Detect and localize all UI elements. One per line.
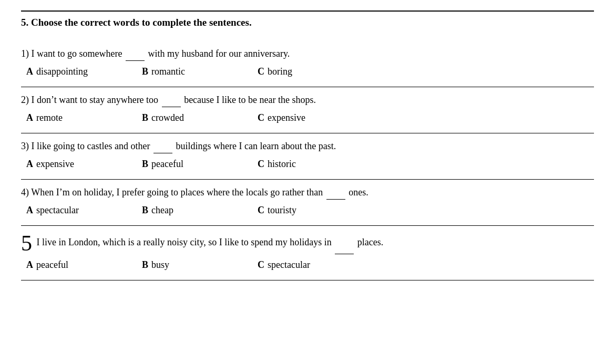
- option-letter: A: [26, 205, 33, 216]
- option-letter: C: [258, 112, 264, 123]
- question-block-3: 3) I like going to castles and other bui…: [21, 133, 594, 180]
- option-1-a[interactable]: Adisappointing: [26, 66, 142, 77]
- option-letter: A: [26, 259, 33, 271]
- option-text: spectacular: [268, 259, 310, 271]
- option-letter: A: [26, 159, 33, 170]
- option-letter: B: [142, 112, 148, 123]
- options-row-3: AexpensiveBpeacefulChistoric: [21, 157, 594, 175]
- option-text: remote: [36, 112, 63, 123]
- option-5-b[interactable]: Bbusy: [142, 259, 258, 271]
- blank-2: [162, 92, 181, 107]
- option-letter: C: [258, 205, 264, 216]
- option-2-c[interactable]: Cexpensive: [258, 112, 373, 123]
- option-1-c[interactable]: Cboring: [258, 66, 373, 77]
- options-row-1: AdisappointingBromanticCboring: [21, 64, 594, 82]
- option-3-a[interactable]: Aexpensive: [26, 159, 142, 170]
- option-letter: B: [142, 205, 148, 216]
- question-block-5: 5 I live in London, which is a really no…: [21, 226, 594, 280]
- option-text: touristy: [268, 205, 296, 216]
- exercise-container: 5. Choose the correct words to complete …: [21, 11, 594, 280]
- question-text-1: 1) I want to go somewhere with my husban…: [21, 41, 594, 64]
- question-text-4: 4) When I’m on holiday, I prefer going t…: [21, 180, 594, 203]
- option-text: spectacular: [36, 205, 79, 216]
- question-text-3: 3) I like going to castles and other bui…: [21, 133, 594, 157]
- blank-1: [126, 46, 145, 61]
- blank-5: [335, 240, 354, 254]
- option-text: disappointing: [36, 66, 88, 77]
- option-letter: A: [26, 112, 33, 123]
- options-row-2: AremoteBcrowdedCexpensive: [21, 110, 594, 129]
- option-letter: A: [26, 66, 33, 77]
- option-text: peaceful: [151, 159, 183, 170]
- question-block-2: 2) I don’t want to stay anywhere too bec…: [21, 87, 594, 133]
- question-number-5: 5: [21, 231, 32, 255]
- question-block-4: 4) When I’m on holiday, I prefer going t…: [21, 180, 594, 226]
- questions-container: 1) I want to go somewhere with my husban…: [21, 41, 594, 280]
- option-text: boring: [268, 66, 292, 77]
- option-text: expensive: [36, 159, 74, 170]
- option-4-a[interactable]: Aspectacular: [26, 205, 142, 216]
- option-4-b[interactable]: Bcheap: [142, 205, 258, 216]
- option-1-b[interactable]: Bromantic: [142, 66, 258, 77]
- option-text: romantic: [151, 66, 185, 77]
- option-letter: C: [258, 259, 264, 271]
- question-text-5: 5 I live in London, which is a really no…: [21, 226, 594, 257]
- option-text: busy: [151, 259, 169, 271]
- option-4-c[interactable]: Ctouristy: [258, 205, 373, 216]
- question-number-4: 4): [21, 187, 31, 197]
- option-letter: C: [258, 66, 264, 77]
- options-row-4: AspectacularBcheapCtouristy: [21, 203, 594, 221]
- blank-4: [326, 185, 345, 200]
- option-text: expensive: [268, 112, 305, 123]
- question-text-2: 2) I don’t want to stay anywhere too bec…: [21, 87, 594, 110]
- option-letter: B: [142, 66, 148, 77]
- question-number-2: 2): [21, 95, 32, 105]
- option-5-c[interactable]: Cspectacular: [258, 259, 373, 271]
- question-number-3: 3): [21, 141, 32, 151]
- question-block-1: 1) I want to go somewhere with my husban…: [21, 41, 594, 87]
- option-3-b[interactable]: Bpeaceful: [142, 159, 258, 170]
- option-2-a[interactable]: Aremote: [26, 112, 142, 123]
- option-text: peaceful: [36, 259, 68, 271]
- option-text: crowded: [151, 112, 184, 123]
- option-text: historic: [268, 159, 296, 170]
- option-letter: C: [258, 159, 264, 170]
- option-text: cheap: [151, 205, 173, 216]
- question-number-1: 1): [21, 48, 32, 59]
- option-letter: B: [142, 259, 148, 271]
- blank-3: [153, 139, 172, 153]
- option-5-a[interactable]: Apeaceful: [26, 259, 142, 271]
- option-letter: B: [142, 159, 148, 170]
- option-3-c[interactable]: Chistoric: [258, 159, 373, 170]
- option-2-b[interactable]: Bcrowded: [142, 112, 258, 123]
- exercise-title: 5. Choose the correct words to complete …: [21, 11, 594, 32]
- options-row-5: ApeacefulBbusyCspectacular: [21, 257, 594, 276]
